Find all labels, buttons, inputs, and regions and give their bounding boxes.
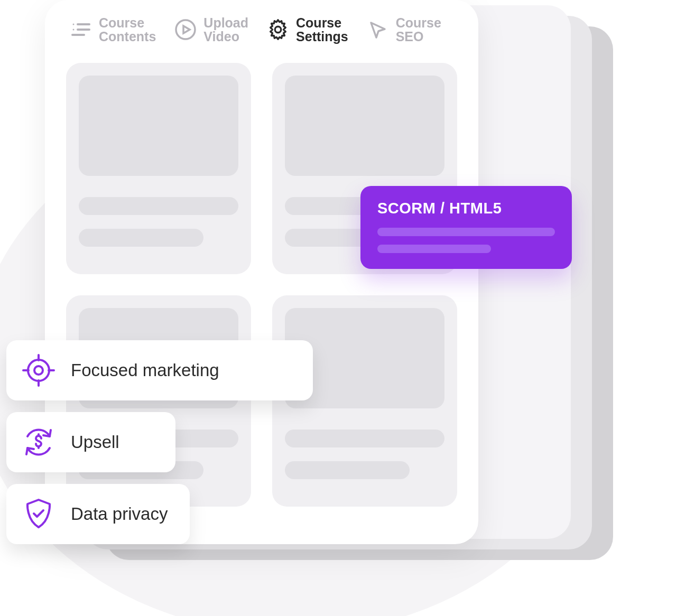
tab-course-contents[interactable]: Course Contents	[69, 16, 156, 44]
tab-course-seo-label: Course SEO	[396, 16, 441, 44]
play-circle-icon	[174, 18, 197, 41]
svg-point-2	[73, 29, 75, 31]
tab-course-settings-label: Course Settings	[296, 16, 348, 44]
target-icon	[20, 352, 57, 389]
chip-data-privacy-label: Data privacy	[71, 504, 168, 524]
tabs-row: Course Contents Upload Video Course Sett…	[66, 16, 457, 44]
badge-line-placeholder	[377, 228, 555, 236]
svg-point-7	[28, 360, 49, 381]
scorm-html5-badge: SCORM / HTML5	[360, 186, 572, 269]
gear-icon	[266, 18, 290, 41]
card-thumbnail-placeholder	[285, 76, 444, 176]
chip-upsell[interactable]: Upsell	[6, 412, 175, 472]
refresh-dollar-icon	[20, 424, 57, 461]
chip-upsell-label: Upsell	[71, 432, 119, 452]
card-line-placeholder	[79, 197, 238, 215]
badge-line-placeholder	[377, 245, 491, 253]
svg-point-6	[275, 27, 281, 33]
svg-point-0	[73, 24, 75, 25]
tab-upload-video-label: Upload Video	[203, 16, 248, 44]
card-thumbnail-placeholder	[79, 76, 238, 176]
card-line-placeholder	[79, 229, 203, 247]
content-card	[66, 63, 251, 274]
chip-focused-marketing-label: Focused marketing	[71, 360, 219, 380]
chip-data-privacy[interactable]: Data privacy	[6, 484, 190, 544]
cursor-icon	[366, 18, 390, 41]
feature-chips: Focused marketing Upsell Data privacy	[6, 340, 313, 544]
tab-course-settings[interactable]: Course Settings	[266, 16, 348, 44]
scorm-html5-title: SCORM / HTML5	[377, 200, 555, 217]
list-icon	[69, 18, 92, 41]
svg-point-5	[176, 20, 195, 39]
tab-upload-video[interactable]: Upload Video	[174, 16, 248, 44]
svg-point-8	[34, 366, 43, 375]
tab-course-contents-label: Course Contents	[99, 16, 156, 44]
tab-course-seo[interactable]: Course SEO	[366, 16, 441, 44]
shield-check-icon	[20, 496, 57, 533]
chip-focused-marketing[interactable]: Focused marketing	[6, 340, 313, 400]
